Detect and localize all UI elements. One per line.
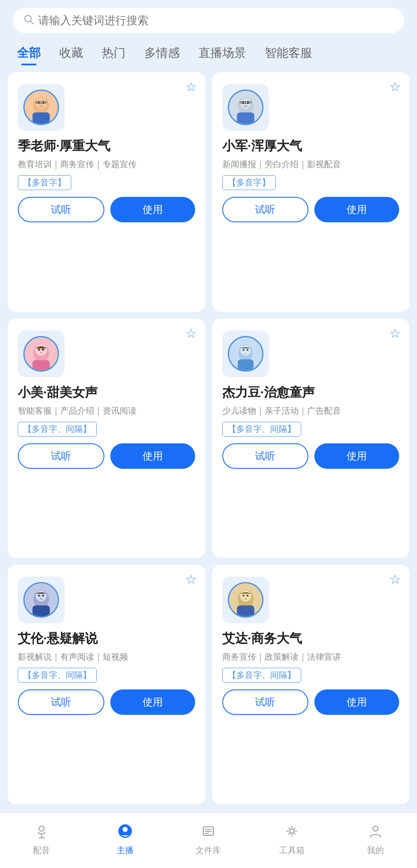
avatar-4 bbox=[228, 336, 263, 372]
voice-card-2: ☆ 小军·浑厚大气 新闻播报｜旁白介绍｜影视配音 【多音字】 试听 使用 bbox=[212, 72, 410, 312]
anchor-icon bbox=[114, 820, 136, 842]
nav-item-mine[interactable]: 我的 bbox=[333, 820, 417, 856]
tab-emotional[interactable]: 多情感 bbox=[135, 38, 189, 68]
nav-item-anchor[interactable]: 主播 bbox=[84, 820, 167, 856]
voice-card-1: ☆ 季老师·厚重大气 教育培训｜商务宣传｜专题宣传 【多音字】 试听 使用 bbox=[8, 72, 205, 312]
avatar-wrap-6 bbox=[222, 577, 269, 623]
svg-point-37 bbox=[243, 349, 245, 351]
svg-point-28 bbox=[35, 344, 47, 356]
svg-point-68 bbox=[373, 826, 378, 831]
svg-point-46 bbox=[42, 595, 44, 597]
tools-label: 工具箱 bbox=[279, 845, 305, 856]
card-actions-1: 试听 使用 bbox=[18, 197, 195, 222]
svg-point-38 bbox=[246, 349, 249, 351]
dubbing-icon bbox=[31, 820, 53, 842]
voice-name-3: 小美·甜美女声 bbox=[18, 384, 98, 401]
voice-name-2: 小军·浑厚大气 bbox=[222, 137, 302, 155]
search-icon bbox=[23, 14, 34, 27]
mine-label: 我的 bbox=[367, 845, 384, 856]
svg-point-45 bbox=[38, 595, 40, 597]
svg-point-52 bbox=[240, 591, 251, 602]
avatar-wrap-1 bbox=[18, 84, 64, 131]
svg-point-31 bbox=[39, 349, 40, 350]
listen-button-3[interactable]: 试听 bbox=[18, 443, 104, 469]
svg-rect-13 bbox=[33, 112, 50, 124]
svg-point-48 bbox=[43, 595, 44, 596]
voice-card-4: ☆ 杰力豆·治愈童声 少儿读物｜亲子活动｜广告配音 【多音字、间隔】 试听 使用 bbox=[212, 319, 410, 558]
avatar-wrap-2 bbox=[222, 84, 269, 131]
nav-item-dubbing[interactable]: 配音 bbox=[0, 820, 84, 856]
listen-button-4[interactable]: 试听 bbox=[222, 443, 309, 469]
voice-name-4: 杰力豆·治愈童声 bbox=[222, 384, 315, 401]
avatar-6 bbox=[228, 582, 263, 618]
use-button-2[interactable]: 使用 bbox=[314, 197, 399, 222]
use-button-4[interactable]: 使用 bbox=[314, 443, 399, 469]
svg-point-32 bbox=[43, 349, 44, 350]
favorite-button-2[interactable]: ☆ bbox=[389, 81, 401, 93]
tab-hot[interactable]: 热门 bbox=[92, 38, 135, 68]
voice-badge-5: 【多音字、间隔】 bbox=[18, 668, 97, 683]
svg-point-62 bbox=[123, 827, 128, 832]
avatar-3 bbox=[23, 336, 59, 372]
voice-card-6: ☆ 艾达·商务大气 商务宣传｜政策解读｜法律宣讲 【多音字、间隔】 试听 使用 bbox=[212, 565, 410, 804]
avatar-2 bbox=[228, 90, 263, 125]
favorite-button-3[interactable]: ☆ bbox=[185, 327, 197, 340]
listen-button-2[interactable]: 试听 bbox=[222, 197, 309, 222]
use-button-3[interactable]: 使用 bbox=[110, 443, 195, 469]
avatar-5 bbox=[23, 582, 59, 618]
tab-all[interactable]: 全部 bbox=[8, 38, 50, 68]
svg-point-55 bbox=[243, 595, 244, 596]
avatar-1 bbox=[23, 90, 59, 125]
listen-button-5[interactable]: 试听 bbox=[18, 689, 104, 715]
search-input[interactable] bbox=[38, 14, 394, 27]
tab-live[interactable]: 直播场景 bbox=[189, 38, 255, 68]
svg-point-56 bbox=[247, 595, 248, 596]
svg-point-36 bbox=[240, 345, 250, 355]
voice-card-5: ☆ 艾伦·悬疑解说 影视解说｜有声阅读｜短视频 【多音字、间隔】 试听 使用 bbox=[8, 565, 205, 804]
card-actions-4: 试听 使用 bbox=[222, 443, 400, 469]
files-icon bbox=[197, 820, 219, 842]
use-button-6[interactable]: 使用 bbox=[314, 689, 399, 715]
tools-icon bbox=[281, 820, 303, 842]
svg-point-30 bbox=[42, 348, 45, 351]
anchor-label: 主播 bbox=[117, 845, 134, 856]
voice-card-3: ☆ 小美·甜美女声 智能客服｜产品介绍｜资讯阅读 【多音字、间隔】 试听 使用 bbox=[8, 319, 205, 558]
voice-badge-6: 【多音字、间隔】 bbox=[222, 668, 301, 683]
listen-button-6[interactable]: 试听 bbox=[222, 689, 309, 715]
use-button-1[interactable]: 使用 bbox=[110, 197, 195, 222]
avatar-wrap-5 bbox=[18, 577, 64, 623]
voice-tags-4: 少儿读物｜亲子活动｜广告配音 bbox=[222, 405, 341, 417]
svg-line-1 bbox=[31, 21, 33, 24]
voice-tags-1: 教育培训｜商务宣传｜专题宣传 bbox=[18, 158, 137, 170]
card-actions-6: 试听 使用 bbox=[222, 689, 400, 715]
favorite-button-4[interactable]: ☆ bbox=[389, 327, 401, 340]
tab-bar: 全部收藏热门多情感直播场景智能客服 bbox=[0, 38, 417, 68]
use-button-5[interactable]: 使用 bbox=[110, 689, 195, 715]
voice-tags-2: 新闻播报｜旁白介绍｜影视配音 bbox=[222, 158, 341, 170]
nav-item-files[interactable]: 文件库 bbox=[167, 820, 250, 856]
voice-badge-4: 【多音字、间隔】 bbox=[222, 422, 301, 437]
voice-name-6: 艾达·商务大气 bbox=[222, 630, 302, 647]
svg-point-29 bbox=[38, 348, 41, 351]
avatar-wrap-4 bbox=[222, 330, 269, 377]
files-label: 文件库 bbox=[196, 845, 221, 856]
listen-button-1[interactable]: 试听 bbox=[18, 197, 104, 222]
favorite-button-1[interactable]: ☆ bbox=[185, 81, 197, 93]
voice-name-1: 季老师·厚重大气 bbox=[18, 137, 110, 155]
nav-item-tools[interactable]: 工具箱 bbox=[250, 820, 334, 856]
voice-tags-5: 影视解说｜有声阅读｜短视频 bbox=[18, 651, 128, 663]
tab-favorite[interactable]: 收藏 bbox=[50, 38, 92, 68]
svg-point-54 bbox=[246, 595, 249, 597]
favorite-button-5[interactable]: ☆ bbox=[185, 573, 197, 586]
search-bar bbox=[13, 8, 404, 33]
svg-rect-41 bbox=[238, 359, 253, 370]
bottom-nav: 配音 主播 文件库 工具箱 我的 bbox=[0, 813, 417, 868]
mine-icon bbox=[364, 820, 386, 842]
card-actions-2: 试听 使用 bbox=[222, 197, 400, 222]
voice-name-5: 艾伦·悬疑解说 bbox=[18, 630, 98, 647]
svg-point-67 bbox=[290, 829, 294, 833]
svg-point-44 bbox=[36, 591, 47, 602]
tab-ai-customer[interactable]: 智能客服 bbox=[255, 38, 322, 68]
favorite-button-6[interactable]: ☆ bbox=[389, 573, 401, 586]
card-actions-5: 试听 使用 bbox=[18, 689, 195, 715]
